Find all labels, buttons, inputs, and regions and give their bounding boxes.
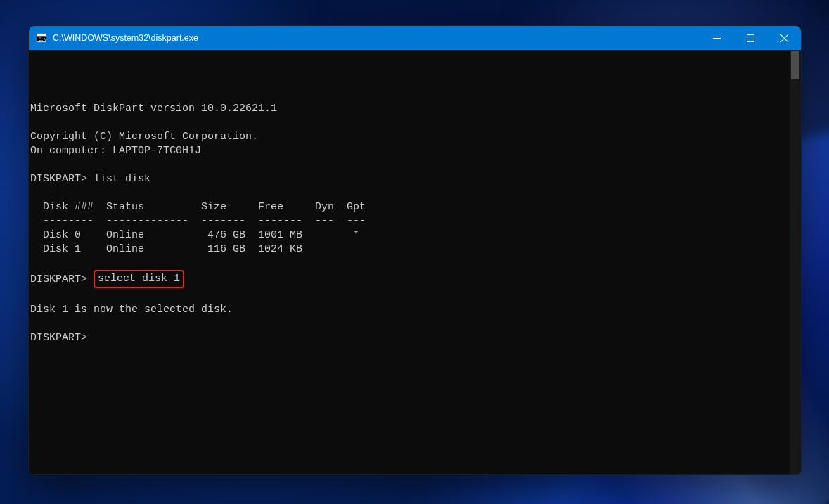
diskpart-window: C:\ C:\WINDOWS\system32\diskpart.exe Mic…: [28, 25, 802, 475]
table-row: Disk 1 Online 116 GB 1024 KB: [30, 243, 302, 255]
command-text: select disk 1: [98, 273, 180, 285]
prompt-prefix: DISKPART>: [30, 273, 94, 285]
titlebar[interactable]: C:\ C:\WINDOWS\system32\diskpart.exe: [29, 26, 801, 50]
prompt-prefix: DISKPART>: [30, 332, 87, 344]
terminal-output[interactable]: Microsoft DiskPart version 10.0.22621.1 …: [29, 50, 801, 474]
table-header: Disk ### Status Size Free Dyn Gpt: [30, 201, 366, 213]
terminal-line: Disk 1 is now the selected disk.: [30, 304, 233, 316]
scrollbar-thumb[interactable]: [791, 51, 799, 79]
svg-rect-4: [747, 34, 754, 41]
app-terminal-icon: C:\: [36, 32, 47, 44]
window-title: C:\WINDOWS\system32\diskpart.exe: [53, 33, 198, 43]
prompt-prefix: DISKPART>: [30, 173, 94, 185]
terminal-line: Microsoft DiskPart version 10.0.22621.1: [30, 103, 277, 115]
table-divider: -------- ------------- ------- ------- -…: [30, 215, 366, 227]
minimize-button[interactable]: [700, 26, 733, 50]
svg-text:C:\: C:\: [39, 37, 46, 41]
maximize-button[interactable]: [733, 26, 767, 50]
terminal-line: On computer: LAPTOP-7TC0H1J: [30, 145, 201, 157]
terminal-line: Copyright (C) Microsoft Corporation.: [30, 131, 258, 143]
highlighted-command: select disk 1: [94, 270, 184, 288]
command-text: list disk: [94, 173, 150, 185]
table-row: Disk 0 Online 476 GB 1001 MB *: [30, 229, 359, 241]
scrollbar-track[interactable]: [790, 50, 801, 474]
close-button[interactable]: [767, 26, 801, 50]
